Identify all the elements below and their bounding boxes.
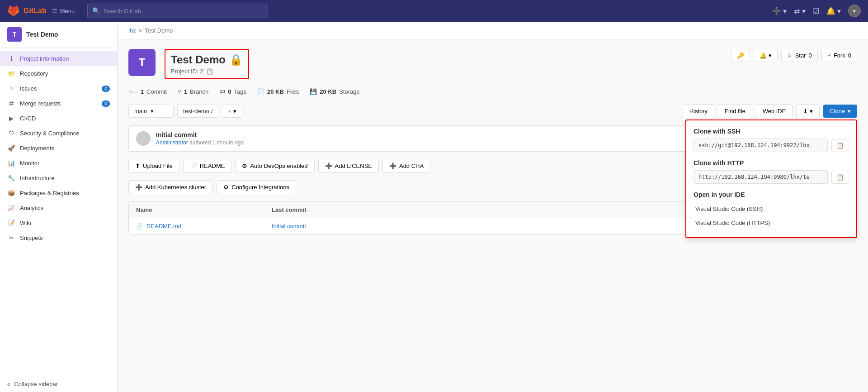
project-title-section: Test Demo 🔒 Project ID: 2 📋 (165, 49, 249, 79)
layout: T Test Demo ℹ Project information 📁 Repo… (0, 22, 868, 392)
branches-count: 1 (184, 88, 187, 95)
project-title-box: Test Demo 🔒 Project ID: 2 📋 (165, 49, 249, 79)
commits-count: 1 (141, 88, 144, 95)
monitor-icon: 📊 (7, 160, 15, 167)
analytics-icon: 📈 (7, 205, 15, 211)
sidebar-item-merge-requests[interactable]: ⇄ Merge requests 0 (0, 96, 117, 111)
sidebar-item-label: CI/CD (20, 115, 36, 122)
clone-button[interactable]: Clone ▾ (823, 105, 857, 118)
notifications-icon[interactable]: 🔔 ▾ (826, 7, 841, 15)
user-avatar[interactable]: ▾ (848, 5, 861, 17)
add-file-button[interactable]: + ▾ (222, 105, 242, 118)
sidebar-item-wiki[interactable]: 📝 Wiki (0, 215, 117, 230)
history-button[interactable]: History (683, 104, 714, 118)
fork-label: Fork (834, 52, 845, 59)
issues-icon[interactable]: ☑ (813, 7, 819, 15)
star-button[interactable]: ☆ Star 0 (781, 49, 818, 62)
find-file-button[interactable]: Find file (718, 104, 752, 118)
sidebar-item-cicd[interactable]: ▶ CI/CD (0, 111, 117, 126)
merge-icon: ⇄ (7, 100, 15, 107)
star-label: Star (795, 52, 806, 59)
key-button[interactable]: 🔑 (731, 49, 750, 62)
sidebar-item-label: Snippets (20, 234, 43, 241)
clone-dropdown-wrapper: Clone ▾ Clone with SSH ssh://git@192.168… (823, 105, 857, 118)
integrations-icon: ⚙ (223, 184, 229, 191)
tags-stat[interactable]: 🏷 0 Tags (219, 88, 246, 95)
sidebar-item-packages-registries[interactable]: 📦 Packages & Registries (0, 186, 117, 201)
project-name: Test Demo (171, 53, 226, 66)
chevron-left-icon: « (7, 381, 10, 387)
ide-option-vscode-https[interactable]: Visual Studio Code (HTTPS) (693, 216, 849, 230)
sidebar-item-label: Deployments (20, 145, 54, 152)
file-icon: 📄 (257, 88, 264, 95)
sidebar-item-label: Merge requests (20, 100, 61, 107)
web-ide-button[interactable]: Web IDE (756, 104, 793, 118)
lock-icon: 🔒 (229, 53, 243, 66)
fork-count: 0 (848, 52, 851, 59)
sidebar-item-snippets[interactable]: ✂ Snippets (0, 230, 117, 245)
create-icon[interactable]: ➕ ▾ (772, 7, 787, 15)
menu-button[interactable]: ☰ Menu (52, 8, 75, 14)
sidebar-item-label: Monitor (20, 160, 39, 167)
sidebar-item-analytics[interactable]: 📈 Analytics (0, 201, 117, 215)
gitlab-logo-text: GitLab (24, 7, 47, 15)
path-segment: test-demo (183, 108, 209, 115)
sidebar-item-repository[interactable]: 📁 Repository (0, 66, 117, 81)
add-license-button[interactable]: ➕ Add LICENSE (318, 159, 379, 173)
notifications-button[interactable]: 🔔 ▾ (754, 49, 778, 62)
branch-selector[interactable]: main ▾ (128, 105, 174, 118)
ide-option-vscode-ssh[interactable]: Visual Studio Code (SSH) (693, 202, 849, 216)
add-k8s-button[interactable]: ➕ Add Kubernetes cluster (128, 180, 213, 194)
auto-devops-button[interactable]: ⚙ Auto DevOps enabled (235, 159, 314, 173)
upload-file-button[interactable]: ⬆ Upload File (128, 159, 179, 173)
issues-badge: 0 (102, 86, 110, 92)
star-icon: ☆ (787, 52, 793, 59)
project-title: Test Demo 🔒 (171, 53, 243, 66)
chevron-down-icon: ▾ (848, 108, 851, 115)
toolbar-row: main ▾ test-demo / + ▾ History Find file… (128, 104, 857, 118)
search-input[interactable] (104, 8, 263, 14)
clone-http-row: http://192.168.124.194:9980/lhx/te 📋 (693, 170, 849, 184)
sidebar-item-project-information[interactable]: ℹ Project information (0, 51, 117, 66)
collapse-sidebar-button[interactable]: « Collapse sidebar (0, 376, 117, 392)
license-icon: ➕ (325, 163, 332, 169)
file-link[interactable]: README.md (146, 223, 181, 229)
readme-button[interactable]: 📄 README (183, 159, 232, 173)
files-stat: 📄 20 KB Files (257, 88, 299, 95)
sidebar-item-issues[interactable]: ○ Issues 0 (0, 81, 117, 96)
wiki-icon: 📝 (7, 220, 15, 226)
sidebar-item-monitor[interactable]: 📊 Monitor (0, 156, 117, 171)
snippets-icon: ✂ (7, 234, 15, 241)
copy-id-icon[interactable]: 📋 (206, 68, 213, 75)
merge-requests-badge: 0 (102, 100, 110, 107)
clone-ssh-url: ssh://git@192.168.124.194:9922/lhx (693, 139, 828, 152)
commits-stat[interactable]: ○— 1 Commit (128, 88, 167, 95)
sidebar-item-label: Packages & Registries (20, 190, 79, 196)
merge-requests-icon[interactable]: ⇄ ▾ (794, 7, 805, 15)
path-breadcrumb: test-demo / (177, 105, 218, 118)
copy-ssh-url-button[interactable]: 📋 (831, 139, 849, 152)
sidebar-item-label: Issues (20, 85, 37, 92)
sidebar-item-label: Infrastructure (20, 175, 55, 182)
fork-button[interactable]: ⑂ Fork 0 (821, 49, 857, 62)
search-icon: 🔍 (92, 7, 100, 14)
breadcrumb-parent[interactable]: lhx (128, 27, 136, 34)
star-count: 0 (809, 52, 812, 59)
copy-http-url-button[interactable]: 📋 (831, 171, 849, 184)
sidebar-item-security-compliance[interactable]: 🛡 Security & Compliance (0, 126, 117, 141)
project-id: Project ID: 2 📋 (171, 68, 243, 75)
shield-icon: 🛡 (7, 130, 15, 137)
commit-author-link[interactable]: Administrator (156, 139, 188, 146)
search-bar[interactable]: 🔍 (87, 4, 268, 18)
sidebar-item-deployments[interactable]: 🚀 Deployments (0, 141, 117, 156)
upload-icon: ⬆ (135, 163, 140, 169)
file-commit-link[interactable]: Initial commit (272, 223, 306, 229)
tags-label: Tags (234, 88, 246, 95)
branches-stat[interactable]: ⑂ 1 Branch (178, 88, 208, 95)
gitlab-logo[interactable]: GitLab (7, 5, 47, 17)
storage-size: 20 KB (320, 88, 336, 95)
add-cha-button[interactable]: ➕ Add CHA (382, 159, 430, 173)
download-button[interactable]: ⬇ ▾ (796, 104, 820, 118)
sidebar-item-infrastructure[interactable]: 🔧 Infrastructure (0, 171, 117, 186)
configure-integrations-button[interactable]: ⚙ Configure Integrations (217, 180, 296, 194)
